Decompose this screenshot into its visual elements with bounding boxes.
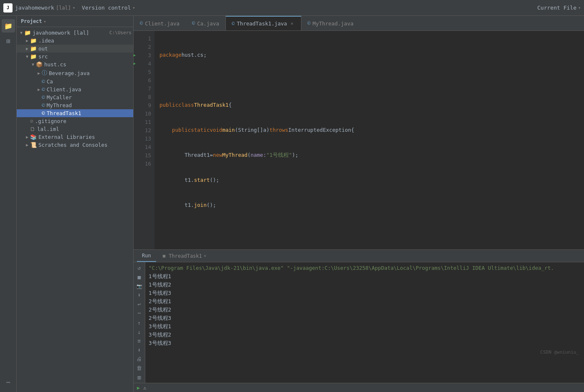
tree-item-mycaller[interactable]: © MyCaller [17,93,133,101]
code-content[interactable]: package hust.cs; public class ThreadTask… [154,31,584,249]
app-logo: J [3,3,13,13]
align-down-icon[interactable]: ⬇ [135,346,144,354]
line-num-7: 7 [134,84,154,93]
project-selector[interactable]: javahomework [lal] ▾ [15,5,75,11]
tree-item-client[interactable]: ▶ © Client.java [17,85,133,93]
run-active-btn[interactable]: ▶ [137,385,140,391]
folder-out-icon: 📁 [30,45,37,52]
code-line-2 [159,76,579,84]
project-dropdown-arrow[interactable]: ▾ [73,5,75,10]
tree-item-gitignore[interactable]: ⊘ .gitignore [17,117,133,125]
line-num-4: 4 ▶ [134,59,154,68]
tab-label-client: Client.java [145,20,179,27]
code-area[interactable]: 1 2 3 ▶ 4 ▶ 5 6 7 8 9 10 11 12 13 14 15 … [134,31,584,249]
down-scroll-icon[interactable]: ↓ [135,328,144,336]
tree-item-beverage[interactable]: ▶ Ⓘ Beverage.java [17,68,133,78]
tree-item-threadtask1[interactable]: © ThreadTask1 [17,109,133,117]
code-line-3: public class ThreadTask1 { [159,101,579,109]
up-scroll-icon[interactable]: ↑ [135,319,144,327]
arrow-client: ▶ [36,87,42,92]
tree-item-scratches[interactable]: ▶ 📜 Scratches and Consoles [17,141,133,149]
tree-item-src[interactable]: ▼ 📁 src [17,53,133,60]
line-num-1: 1 [134,34,154,43]
project-panel: Project ▾ ▼ 📁 javahomework [lal] C:\User… [17,16,134,392]
label-idea: .idea [38,38,131,44]
project-name: javahomework [15,5,54,11]
arrow-idea: ▶ [24,38,30,43]
terminal-btn-icon[interactable]: ▥ [135,373,144,381]
tree-item-out[interactable]: ▶ 📁 out [17,45,133,53]
output-line-4: 2号线程1 [149,297,581,306]
tree-item-javahomework[interactable]: ▼ 📁 javahomework [lal] C:\Users [17,29,133,37]
interface-beverage-icon: Ⓘ [42,69,47,77]
code-line-5: Thread t1 = new MyThread( name: "1号线程"); [159,151,579,159]
version-control-selector[interactable]: Version control ▾ [82,5,135,11]
console-watermark: CSDN @wniuniu_ [149,347,581,357]
output-line-2: 1号线程2 [149,281,581,289]
label-mycaller: MyCaller [47,94,131,101]
project-header-arrow[interactable]: ▾ [44,19,46,24]
run-config-close[interactable]: × [204,253,207,259]
tab-ca-java[interactable]: © Ca.java [186,16,225,30]
structure-panel-icon[interactable]: ⊞ [2,34,15,48]
warning-icon: ⚠ [143,385,146,391]
code-line-1: package hust.cs; [159,51,579,59]
project-panel-icon[interactable]: 📁 [2,19,15,33]
bottom-tab-threadtask1[interactable]: ▣ ThreadTask1 × [156,250,212,262]
project-tree: ▼ 📁 javahomework [lal] C:\Users ▶ 📁 .ide… [17,27,133,392]
warning-btn[interactable]: ⚠ [143,385,146,391]
output-line-9: 3号线程3 [149,339,581,347]
arrow-ext-libs: ▶ [24,135,30,139]
line-num-15: 15 [134,151,154,159]
output-line-3: 1号线程3 [149,289,581,297]
scroll-down-icon[interactable]: ⬇ [135,291,144,299]
run-arrow-4: ▶ [134,60,136,66]
tree-item-lal-iml[interactable]: 🗋 lal.iml [17,125,133,133]
tree-item-ext-libs[interactable]: ▶ 📚 External Libraries [17,133,133,141]
label-threadtask1: ThreadTask1 [47,110,131,116]
snapshot-icon[interactable]: 📷 [135,282,144,290]
tab-threadtask1-java[interactable]: © ThreadTask1.java × [225,16,301,30]
more-actions-icon[interactable]: ⋯ [135,309,144,317]
stop-icon[interactable]: ■ [135,273,144,281]
project-suffix: [lal] [56,5,71,11]
tab-icon-mythread: © [308,20,311,26]
package-hust-cs-icon: 📦 [36,61,43,68]
more-tools-icon[interactable]: ⋯ [2,375,15,389]
console-cmd-line: "C:\Program Files\Java\jdk-21\bin\java.e… [149,264,581,272]
output-line-5: 2号线程2 [149,306,581,314]
tree-item-mythread[interactable]: © MyThread [17,101,133,109]
bottom-tab-run[interactable]: Run [137,250,156,262]
current-file-arrow[interactable]: ▾ [578,5,581,10]
line-numbers: 1 2 3 ▶ 4 ▶ 5 6 7 8 9 10 11 12 13 14 15 … [134,31,154,249]
run-icon: ▶ [137,385,140,391]
main-layout: 📁 ⊞ ⋯ Project ▾ ▼ 📁 javahomework [lal] C… [0,16,584,392]
tab-client-java[interactable]: © Client.java [134,16,186,30]
code-line-6: t1.start(); [159,176,579,184]
arrow-hust-cs: ▼ [30,62,36,67]
soft-wrap-icon[interactable]: ↩ [135,300,144,308]
project-title: Project [21,18,42,24]
delete-icon[interactable]: 🗑 [135,364,144,372]
tree-item-ca[interactable]: © Ca [17,78,133,85]
label-src: src [38,53,131,60]
tab-close-threadtask1[interactable]: × [289,21,295,27]
line-num-16: 16 [134,159,154,168]
line-num-8: 8 [134,93,154,101]
vc-dropdown-arrow[interactable]: ▾ [132,5,135,10]
tab-icon-client: © [140,20,143,26]
align-left-icon[interactable]: ≡ [135,337,144,345]
tree-item-idea[interactable]: ▶ 📁 .idea [17,37,133,45]
arrow-beverage: ▶ [36,71,42,75]
tab-mythread-java[interactable]: © MyThread.java [301,16,360,30]
scratches-icon: 📜 [30,142,37,148]
tree-item-hust-cs[interactable]: ▼ 📦 hust.cs [17,60,133,68]
current-file-selector[interactable]: Current File ▾ [537,5,581,11]
restart-icon[interactable]: ↺ [135,264,144,272]
print-btn-icon[interactable]: 🖨 [135,355,144,363]
class-mythread-icon: © [42,102,45,108]
folder-idea-icon: 📁 [30,38,37,44]
run-tab-label: Run [142,253,151,259]
class-ca-icon: © [42,78,45,85]
line-num-2: 2 [134,43,154,51]
